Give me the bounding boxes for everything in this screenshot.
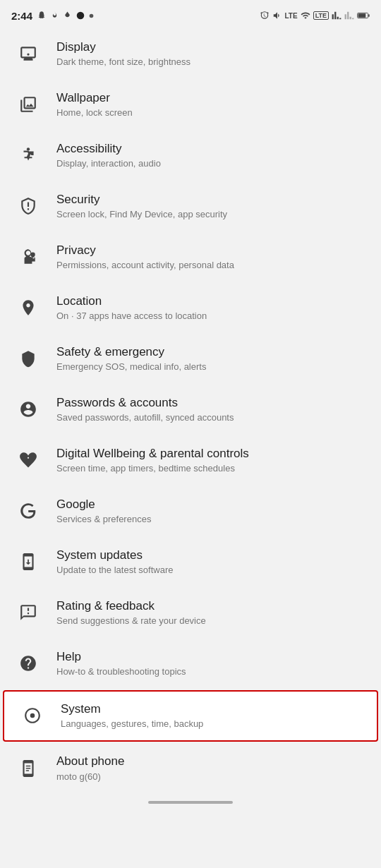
help-icon — [14, 649, 42, 677]
google-title: Google — [56, 497, 367, 512]
safety-subtitle: Emergency SOS, medical info, alerts — [56, 361, 367, 373]
svg-point-1 — [90, 13, 94, 18]
svg-rect-10 — [26, 768, 31, 769]
safety-title: Safety & emergency — [56, 344, 367, 360]
system-icon — [18, 701, 47, 730]
lte-data-icon: LTE — [285, 12, 298, 20]
wallpaper-text: Wallpaper Home, lock screen — [56, 90, 367, 119]
status-time: 2:44 — [11, 10, 32, 22]
signal1-icon — [332, 11, 341, 20]
settings-item-google[interactable]: Google Services & preferences — [0, 486, 381, 536]
volume-icon — [272, 11, 282, 20]
settings-item-privacy[interactable]: Privacy Permissions, account activity, p… — [0, 231, 381, 282]
security-icon — [14, 192, 42, 220]
settings-list: Display Dark theme, font size, brightnes… — [0, 28, 381, 794]
rating-icon — [14, 598, 42, 627]
system-title: System — [61, 701, 363, 717]
settings-item-display[interactable]: Display Dark theme, font size, brightnes… — [0, 28, 381, 79]
alarm-icon — [260, 11, 270, 20]
system-updates-icon — [14, 548, 42, 576]
google-text: Google Services & preferences — [56, 497, 367, 526]
display-icon — [14, 40, 42, 68]
svg-rect-11 — [26, 770, 29, 771]
status-bar: 2:44 LTE LTE — [0, 0, 381, 28]
settings-item-rating[interactable]: Rating & feedback Send suggestions & rat… — [0, 587, 381, 638]
accessibility-title: Accessibility — [56, 141, 367, 157]
passwords-title: Passwords & accounts — [56, 395, 367, 411]
wifi-icon — [301, 11, 310, 20]
wallpaper-subtitle: Home, lock screen — [56, 107, 367, 119]
help-title: Help — [56, 649, 367, 665]
wellbeing-title: Digital Wellbeing & parental controls — [56, 446, 367, 462]
settings-item-system-updates[interactable]: System updates Update to the latest soft… — [0, 536, 381, 587]
circle-icon — [75, 11, 85, 20]
battery-icon — [357, 11, 370, 20]
signal2-icon — [344, 11, 354, 20]
about-subtitle: moto g(60) — [56, 771, 367, 783]
display-subtitle: Dark theme, font size, brightness — [56, 56, 367, 68]
location-icon — [14, 294, 42, 322]
settings-item-wellbeing[interactable]: Digital Wellbeing & parental controls Sc… — [0, 435, 381, 486]
settings-item-passwords[interactable]: Passwords & accounts Saved passwords, au… — [0, 384, 381, 435]
accessibility-subtitle: Display, interaction, audio — [56, 158, 367, 170]
svg-rect-3 — [358, 13, 366, 17]
passwords-icon — [14, 395, 42, 423]
svg-rect-9 — [26, 766, 31, 767]
svg-point-6 — [27, 147, 30, 150]
lte-badge-icon: LTE — [313, 11, 329, 20]
snapchat-icon — [37, 11, 47, 20]
rating-subtitle: Send suggestions & rate your device — [56, 615, 367, 627]
about-icon — [14, 754, 42, 783]
wallpaper-title: Wallpaper — [56, 90, 367, 106]
privacy-text: Privacy Permissions, account activity, p… — [56, 243, 367, 272]
system-updates-text: System updates Update to the latest soft… — [56, 548, 367, 577]
drop-icon — [63, 11, 72, 20]
accessibility-text: Accessibility Display, interaction, audi… — [56, 141, 367, 170]
wellbeing-subtitle: Screen time, app timers, bedtime schedul… — [56, 463, 367, 475]
privacy-title: Privacy — [56, 243, 367, 258]
home-indicator — [0, 794, 381, 809]
security-title: Security — [56, 192, 367, 207]
system-updates-title: System updates — [56, 548, 367, 563]
system-subtitle: Languages, gestures, time, backup — [61, 718, 363, 730]
settings-item-about[interactable]: About phone moto g(60) — [0, 743, 381, 794]
settings-item-security[interactable]: Security Screen lock, Find My Device, ap… — [0, 181, 381, 231]
location-title: Location — [56, 294, 367, 309]
help-text: Help How-to & troubleshooting topics — [56, 649, 367, 678]
svg-point-0 — [77, 12, 85, 20]
safety-icon — [14, 344, 42, 373]
settings-item-wallpaper[interactable]: Wallpaper Home, lock screen — [0, 79, 381, 130]
svg-point-8 — [30, 713, 35, 718]
system-text: System Languages, gestures, time, backup — [61, 701, 363, 730]
display-text: Display Dark theme, font size, brightnes… — [56, 40, 367, 68]
security-text: Security Screen lock, Find My Device, ap… — [56, 192, 367, 221]
privacy-icon — [14, 243, 42, 271]
system-updates-subtitle: Update to the latest software — [56, 565, 367, 577]
display-title: Display — [56, 40, 367, 55]
about-text: About phone moto g(60) — [56, 754, 367, 783]
status-right-icons: LTE LTE — [260, 11, 370, 20]
about-title: About phone — [56, 754, 367, 769]
google-subtitle: Services & preferences — [56, 514, 367, 526]
rating-text: Rating & feedback Send suggestions & rat… — [56, 598, 367, 627]
privacy-subtitle: Permissions, account activity, personal … — [56, 260, 367, 272]
passwords-text: Passwords & accounts Saved passwords, au… — [56, 395, 367, 424]
help-subtitle: How-to & troubleshooting topics — [56, 666, 367, 678]
settings-item-safety[interactable]: Safety & emergency Emergency SOS, medica… — [0, 333, 381, 384]
settings-item-help[interactable]: Help How-to & troubleshooting topics — [0, 638, 381, 689]
security-subtitle: Screen lock, Find My Device, app securit… — [56, 209, 367, 221]
fire-icon — [50, 11, 59, 20]
settings-item-location[interactable]: Location On · 37 apps have access to loc… — [0, 282, 381, 333]
status-left-icons — [37, 11, 94, 20]
settings-item-system[interactable]: System Languages, gestures, time, backup — [3, 690, 378, 742]
svg-point-5 — [27, 53, 29, 55]
home-bar — [148, 801, 233, 804]
rating-title: Rating & feedback — [56, 598, 367, 614]
google-icon — [14, 497, 42, 525]
settings-item-accessibility[interactable]: Accessibility Display, interaction, audi… — [0, 130, 381, 181]
safety-text: Safety & emergency Emergency SOS, medica… — [56, 344, 367, 373]
wellbeing-text: Digital Wellbeing & parental controls Sc… — [56, 446, 367, 475]
dot-icon — [89, 13, 94, 18]
accessibility-icon — [14, 141, 42, 169]
svg-rect-4 — [368, 14, 370, 17]
